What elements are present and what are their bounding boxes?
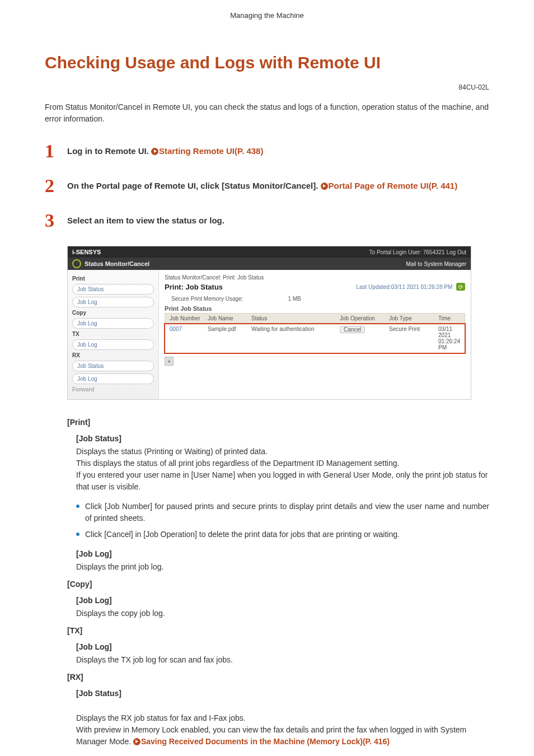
refresh-icon: ⟳ [456,283,465,291]
step-link[interactable]: Portal Page of Remote UI(P. 441) [329,181,458,190]
def-tx-heading: [TX] [67,625,489,637]
def-tx-joblog-heading: [Job Log] [76,641,489,653]
def-print-joblog-heading: [Job Log] [76,548,489,560]
def-print-jobstatus-body: Displays the status (Printing or Waiting… [76,446,489,493]
bullet-item: Click [Job Number] for paused prints and… [76,501,489,524]
step-3: 3 Select an item to view the status or l… [45,211,489,230]
col-header: Job Type [387,315,436,321]
ss-side-item: Job Log [72,318,154,329]
ss-section-title: Status Monitor/Cancel [85,260,149,267]
cell-job-number: 0007 [167,326,205,351]
gear-icon [72,259,81,268]
ss-side-group: Forward [72,386,154,393]
step-1: 1 Log in to Remote UI. Starting Remote U… [45,142,489,161]
col-header: Job Number [167,315,205,321]
step-body: Log in to Remote UI. Starting Remote UI(… [67,142,489,158]
ss-titlebar: i-SENSYS To Portal Login User: 7654321 L… [68,246,471,258]
def-tx-joblog-body: Displays the TX job log for scan and fax… [76,654,489,666]
ss-footer: ▴ [165,353,465,371]
cell-type: Secure Print [387,326,436,351]
step-number: 1 [45,142,67,161]
def-rx-jobstatus-body: Displays the RX job status for fax and I… [76,701,489,748]
ss-mem-value: 1 MB [288,296,301,302]
cell-job-name: Sample.pdf [205,326,249,351]
ss-mem-label: Secure Print Memory Usage: [171,296,243,302]
def-rx-link[interactable]: Saving Received Documents in the Machine… [141,737,390,746]
step-number: 3 [45,211,67,230]
col-header: Time [436,315,462,321]
cell-status: Waiting for authentication [249,326,338,351]
running-header: Managing the Machine [45,11,489,20]
def-copy-joblog-body: Displays the copy job log. [76,608,489,619]
step-2: 2 On the Portal page of Remote UI, click… [45,176,489,195]
ss-section-bar: Status Monitor/Cancel Mail to System Man… [68,258,471,270]
col-header: Job Operation [338,315,387,321]
col-header: Job Name [205,315,249,321]
ss-heading: Print: Job Status [165,283,223,291]
cell-time: 03/11 2021 01:26:24 PM [436,326,462,351]
link-icon [321,183,328,190]
ss-side-group: TX [72,331,154,337]
ss-table-row: 0007 Sample.pdf Waiting for authenticati… [165,324,465,353]
ss-side-item: Job Status [72,284,154,295]
ss-side-item: Job Log [72,339,154,350]
cancel-button: Cancel [340,326,365,333]
def-print-bullets: Click [Job Number] for paused prints and… [76,501,489,540]
ss-side-item: Job Log [72,374,154,384]
def-copy-heading: [Copy] [67,578,489,590]
ss-side-item: Job Log [72,297,154,307]
intro-paragraph: From Status Monitor/Cancel in Remote UI,… [45,101,489,125]
ss-last-updated: Last Updated:03/11 2021 01:26:28 PM ⟳ [356,283,465,293]
def-print-jobstatus-heading: [Job Status] [76,433,489,445]
step-text: Log in to Remote UI. [67,146,151,156]
step-body: On the Portal page of Remote UI, click [… [67,176,489,193]
ss-side-group: Copy [72,310,154,316]
ss-main: Status Monitor/Cancel: Print: Job Status… [159,270,471,399]
ss-brand: i-SENSYS [72,249,101,255]
definitions: [Print] [Job Status] Displays the status… [67,417,489,748]
link-icon [151,148,158,155]
ss-top-right: To Portal Login User: 7654321 Log Out [369,249,466,255]
step-body: Select an item to view the status or log… [67,211,489,227]
ss-sidebar: Print Job Status Job Log Copy Job Log TX… [68,270,159,399]
cell-operation: Cancel [338,326,387,351]
col-header: Status [249,315,338,321]
ss-side-group: Print [72,276,154,282]
ss-table-title: Print Job Status [165,305,465,312]
step-link[interactable]: Starting Remote UI(P. 438) [159,146,263,156]
page-title: Checking Usage and Logs with Remote UI [45,53,489,72]
def-rx-jobstatus-heading: [Job Status] [76,688,489,699]
def-copy-joblog-heading: [Job Log] [76,595,489,606]
def-print-heading: [Print] [67,417,489,428]
def-rx-heading: [RX] [67,671,489,683]
step-number: 2 [45,176,67,195]
ss-side-item: Job Status [72,361,154,371]
ss-table-header: Job Number Job Name Status Job Operation… [165,313,465,324]
def-print-joblog-body: Displays the print job log. [76,561,489,573]
ss-breadcrumb: Status Monitor/Cancel: Print: Job Status [165,274,465,281]
link-icon [133,738,140,745]
step-text: Select an item to view the status or log… [67,216,224,225]
embedded-screenshot: i-SENSYS To Portal Login User: 7654321 L… [67,246,471,400]
ss-side-group: RX [72,352,154,358]
bullet-item: Click [Cancel] in [Job Operation] to del… [76,529,489,540]
document-code: 84CU-02L [45,83,489,91]
step-text: On the Portal page of Remote UI, click [… [67,181,321,190]
ss-mail-link: Mail to System Manager [406,261,466,267]
back-to-top-icon: ▴ [165,357,174,366]
